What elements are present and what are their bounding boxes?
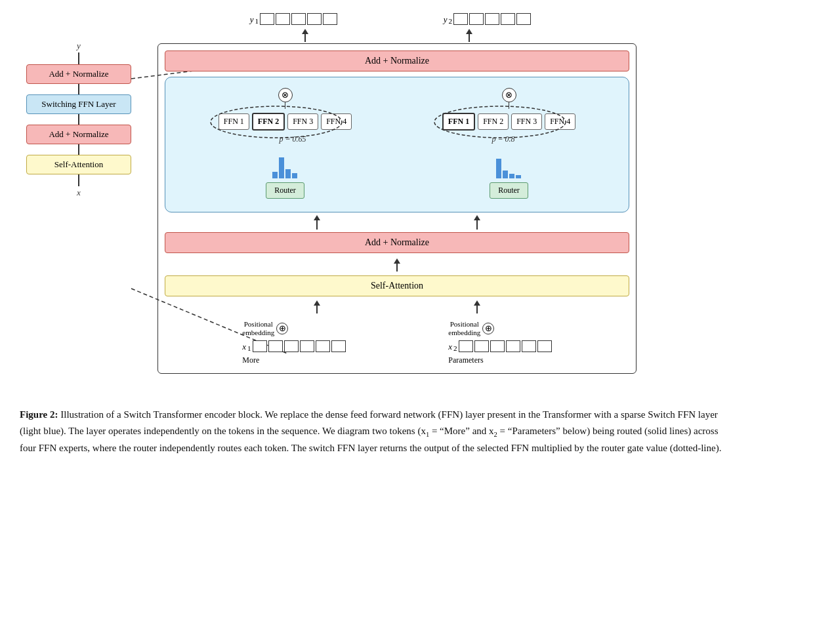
router-container: Router Router (173, 155, 621, 199)
diagram-area: y Add + Normalize Switching FFN Layer Ad… (13, 13, 823, 374)
token-box (307, 13, 322, 25)
bar2 (279, 157, 284, 178)
mini-chart-2 (496, 155, 521, 178)
parameters-label: Parameters (448, 355, 483, 365)
y1-token-group: y1 (250, 13, 337, 25)
token-box (300, 340, 314, 352)
bar6 (503, 171, 508, 178)
left-add-normalize-top: Add + Normalize (26, 64, 131, 84)
x2-group: Positionalembedding ⊕ x2 (448, 320, 551, 365)
x1-group: Positionalembedding ⊕ x1 (242, 320, 345, 365)
otimes-1: ⊗ (278, 88, 293, 102)
bar1 (272, 172, 278, 178)
token-box (276, 13, 290, 25)
left-y-label: y (77, 41, 81, 51)
x1-token-boxes (253, 340, 346, 352)
left-x-label: x (77, 188, 81, 198)
token-box (253, 340, 267, 352)
ffn3-box2: FFN 3 (511, 113, 542, 130)
p1-label: p = 0.65 (279, 134, 306, 144)
token-box (260, 13, 274, 25)
token-box (459, 340, 473, 352)
x2-sub: 2 (453, 344, 457, 352)
bar5 (496, 159, 501, 178)
ffn4-box: FFN 4 (321, 113, 352, 130)
positional-embedding-1: Positionalembedding (242, 320, 274, 337)
plus-circle-1: ⊕ (276, 323, 288, 334)
otimes-2: ⊗ (502, 88, 516, 102)
left-diagram: y Add + Normalize Switching FFN Layer Ad… (13, 39, 144, 341)
token-box (474, 340, 489, 352)
right-diagram: y1 y2 (157, 13, 656, 374)
figure-number: Figure 2: (20, 409, 58, 420)
ffn-group-2: FFN 1 FFN 2 FFN 3 FFN 4 (442, 113, 575, 131)
token-box (316, 340, 330, 352)
y2-token-group: y2 (444, 13, 531, 25)
left-self-attention: Self-Attention (26, 155, 131, 174)
plus-circle-2: ⊕ (482, 323, 494, 334)
y2-token-boxes (453, 13, 531, 25)
bar8 (516, 175, 521, 178)
x1-label: x (242, 342, 246, 352)
ffn2-box2: FFN 2 (478, 113, 509, 130)
token-box (490, 340, 505, 352)
token-box (453, 13, 468, 25)
ffn3-box: FFN 3 (287, 113, 318, 130)
right-add-normalize-top: Add + Normalize (165, 50, 629, 71)
router-box-1: Router (266, 182, 304, 199)
switch-ffn-box: ⊗ ⊗ (165, 77, 629, 212)
bottom-tokens-row: Positionalembedding ⊕ x1 (165, 320, 629, 365)
bar4 (292, 173, 297, 178)
left-add-normalize-bottom: Add + Normalize (26, 125, 131, 144)
token-box (485, 13, 499, 25)
token-box (284, 340, 299, 352)
token-box (516, 13, 531, 25)
bar7 (509, 174, 514, 178)
x2-label: x (448, 342, 452, 352)
ffn1-bold-box2: FFN 1 (442, 113, 475, 131)
token-box (469, 13, 484, 25)
router-group-2: Router (490, 155, 528, 199)
y2-sub: 2 (449, 17, 453, 25)
ffn-group-1: FFN 1 FFN 2 FFN 3 FFN 4 (219, 113, 352, 131)
ffn1-box: FFN 1 (219, 113, 249, 130)
token-box (537, 340, 552, 352)
more-label: More (242, 355, 259, 365)
ffn2-bold-box: FFN 2 (252, 113, 285, 131)
y2-label: y (444, 14, 448, 25)
x1-sub: 1 (247, 344, 251, 352)
ffn4-box2: FFN 4 (545, 113, 575, 130)
figure-caption: Figure 2: Illustration of a Switch Trans… (13, 407, 735, 456)
right-self-attention: Self-Attention (165, 275, 629, 296)
left-switching-ffn: Switching FFN Layer (26, 94, 131, 114)
main-container: y Add + Normalize Switching FFN Layer Ad… (13, 13, 823, 456)
mini-chart-1 (272, 155, 297, 178)
y1-sub: 1 (255, 17, 259, 25)
right-add-normalize-bottom: Add + Normalize (165, 232, 629, 253)
token-box (331, 340, 346, 352)
token-box (506, 340, 520, 352)
positional-embedding-2: Positionalembedding (448, 320, 480, 337)
outer-box: Add + Normalize ⊗ ⊗ (157, 43, 637, 374)
token-box (522, 340, 536, 352)
y1-label: y (250, 14, 254, 25)
router-group-1: Router (266, 155, 304, 199)
token-box (291, 13, 306, 25)
token-box (323, 13, 337, 25)
y1-token-boxes (260, 13, 337, 25)
x2-token-boxes (459, 340, 552, 352)
bar3 (285, 169, 291, 178)
p2-label: p = 0.8 (491, 134, 514, 144)
token-box (501, 13, 515, 25)
token-box (268, 340, 283, 352)
caption-text: Illustration of a Switch Transformer enc… (20, 409, 721, 453)
router-box-2: Router (490, 182, 528, 199)
